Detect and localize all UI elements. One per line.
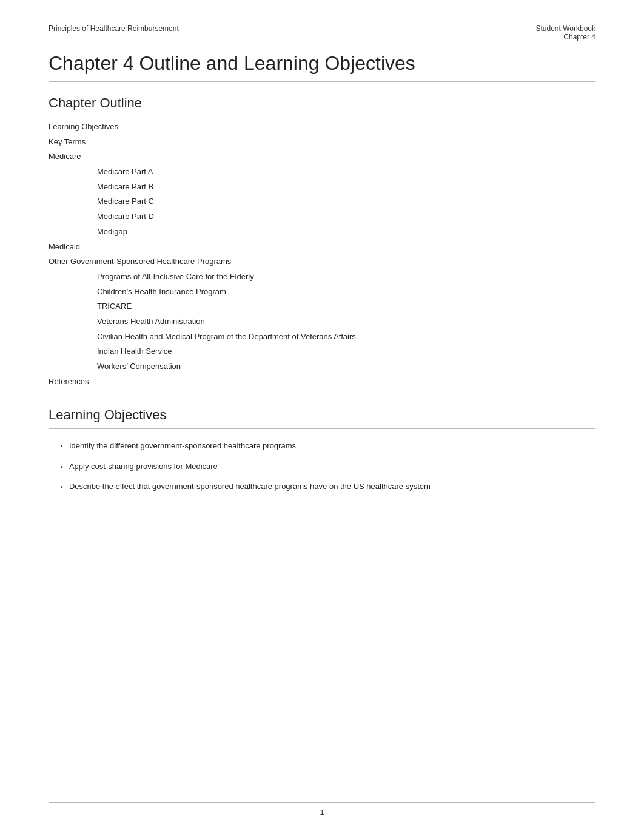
outline-list-item: TRICARE — [49, 299, 595, 314]
objectives-list: ▪Identify the different government-spons… — [49, 440, 595, 493]
outline-list-item: Other Government-Sponsored Healthcare Pr… — [49, 254, 595, 269]
bullet-icon: ▪ — [61, 462, 63, 472]
learning-objectives-heading: Learning Objectives — [49, 407, 595, 429]
outline-list-item: Veterans Health Administration — [49, 314, 595, 330]
outline-list-item: Medicare Part C — [49, 194, 595, 209]
objective-list-item: ▪Identify the different government-spons… — [61, 440, 595, 452]
outline-list-item: References — [49, 374, 595, 390]
header-right-line1: Student Workbook — [535, 24, 595, 33]
outline-list-item: Medicare Part A — [49, 164, 595, 180]
outline-list-item: Civilian Health and Medical Program of t… — [49, 330, 595, 345]
learning-objectives-section: Learning Objectives ▪Identify the differ… — [49, 407, 595, 493]
objective-list-item: ▪Describe the effect that government-spo… — [61, 481, 595, 493]
outline-list-item: Learning Objectives — [49, 120, 595, 135]
page-header: Principles of Healthcare Reimbursement S… — [49, 24, 595, 41]
bullet-icon: ▪ — [61, 482, 63, 492]
page-footer: 1 — [0, 802, 644, 817]
outline-list-item: Programs of All-Inclusive Care for the E… — [49, 269, 595, 285]
chapter-title-section: Chapter 4 Outline and Learning Objective… — [49, 52, 595, 82]
outline-list-item: Key Terms — [49, 135, 595, 150]
objective-text: Apply cost-sharing provisions for Medica… — [69, 461, 218, 473]
header-right-line2: Chapter 4 — [535, 33, 595, 41]
objective-list-item: ▪Apply cost-sharing provisions for Medic… — [61, 461, 595, 473]
footer-divider — [49, 802, 595, 803]
outline-list-item: Medicare — [49, 149, 595, 164]
objective-text: Describe the effect that government-spon… — [69, 481, 431, 493]
outline-list-item: Medicaid — [49, 240, 595, 255]
bullet-icon: ▪ — [61, 441, 63, 451]
page-number: 1 — [320, 808, 324, 817]
outline-list-item: Workers’ Compensation — [49, 359, 595, 374]
chapter-outline-heading: Chapter Outline — [49, 95, 595, 111]
chapter-outline-section: Chapter Outline Learning ObjectivesKey T… — [49, 95, 595, 389]
outline-list-item: Medicare Part B — [49, 180, 595, 195]
outline-list-item: Indian Health Service — [49, 344, 595, 359]
outline-list-item: Medigap — [49, 225, 595, 240]
outline-list-item: Medicare Part D — [49, 209, 595, 225]
chapter-title: Chapter 4 Outline and Learning Objective… — [49, 52, 595, 75]
page: Principles of Healthcare Reimbursement S… — [0, 0, 644, 835]
outline-list-item: Children’s Health Insurance Program — [49, 285, 595, 300]
outline-list: Learning ObjectivesKey TermsMedicareMedi… — [49, 120, 595, 389]
objective-text: Identify the different government-sponso… — [69, 440, 296, 452]
header-right-text: Student Workbook Chapter 4 — [535, 24, 595, 41]
header-left-text: Principles of Healthcare Reimbursement — [49, 24, 179, 33]
